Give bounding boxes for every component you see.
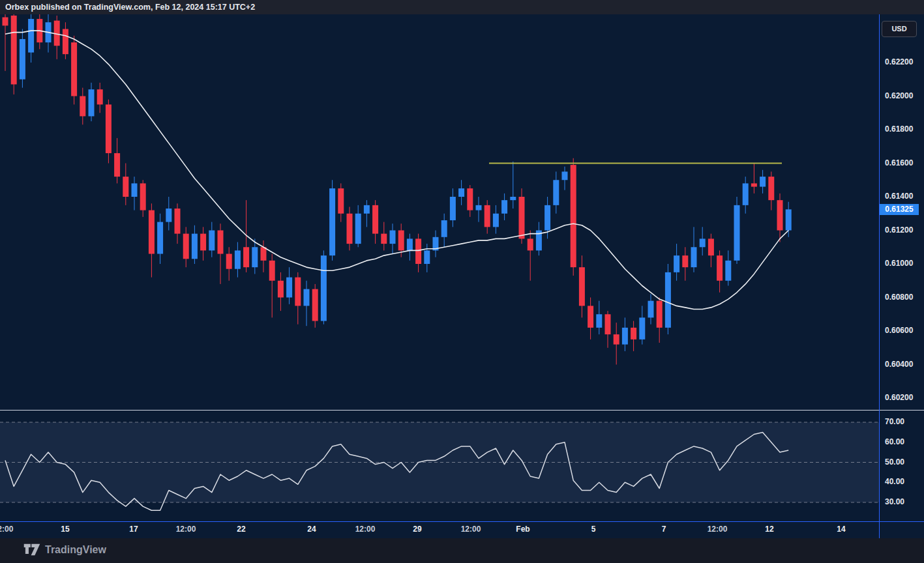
- time-tick-label: 24: [307, 525, 316, 534]
- candle-body: [717, 255, 723, 281]
- candle-body: [347, 214, 353, 244]
- candle-body: [579, 267, 585, 306]
- candle-body: [682, 255, 688, 267]
- tradingview-logo-icon: [23, 543, 40, 556]
- time-tick-label: Feb: [516, 525, 529, 534]
- price-axis-separator: [879, 14, 880, 538]
- pane-separator[interactable]: [0, 410, 924, 411]
- currency-toggle-button[interactable]: USD: [882, 21, 917, 37]
- candle-body: [493, 214, 499, 227]
- time-tick-label: 5: [591, 525, 596, 534]
- price-axis[interactable]: 0.622000.620000.618000.616000.614000.612…: [880, 14, 924, 521]
- footer-bar: TradingView: [0, 538, 924, 563]
- price-tick-label: 0.61400: [885, 192, 913, 201]
- time-tick-label: 12:00: [708, 525, 728, 534]
- candle-body: [544, 205, 550, 231]
- candle-body: [476, 205, 482, 210]
- time-tick-label: 12:00: [461, 525, 481, 534]
- candle-body: [235, 250, 241, 268]
- candle-body: [562, 171, 568, 180]
- candle-body: [381, 234, 387, 244]
- candle-body: [734, 205, 740, 261]
- candle-body: [312, 289, 318, 321]
- candle-body: [484, 205, 490, 227]
- rsi-pane[interactable]: [0, 411, 879, 521]
- time-tick-label: 14: [837, 525, 845, 534]
- price-tick-label: 0.62000: [885, 91, 913, 100]
- candle-body: [20, 39, 25, 79]
- tradingview-brand-label: TradingView: [45, 544, 106, 556]
- candle-body: [553, 180, 559, 205]
- candle-body: [501, 200, 507, 214]
- candle-body: [708, 238, 714, 255]
- rsi-tick-label: 70.00: [885, 417, 904, 426]
- candle-body: [407, 238, 413, 250]
- candle-body: [11, 16, 17, 85]
- price-pane[interactable]: [0, 14, 879, 409]
- candle-body: [329, 188, 335, 255]
- rsi-chart[interactable]: [0, 411, 879, 521]
- price-tick-label: 0.62200: [885, 57, 913, 66]
- candle-body: [192, 234, 198, 259]
- candle-body: [364, 205, 370, 214]
- candle-body: [157, 222, 163, 254]
- candle-body: [278, 281, 284, 298]
- candle-body: [510, 197, 516, 200]
- last-price-badge: 0.61325: [880, 204, 919, 215]
- price-tick-label: 0.61000: [885, 259, 913, 268]
- candle-body: [200, 234, 206, 251]
- candle-body: [768, 177, 774, 200]
- candlestick-chart[interactable]: [0, 14, 879, 409]
- candle-body: [588, 306, 593, 327]
- candle-body: [166, 209, 171, 222]
- candle-body: [321, 255, 327, 321]
- candle-body: [243, 247, 249, 267]
- price-tick-label: 0.60200: [885, 393, 913, 402]
- candle-body: [28, 19, 34, 53]
- candle-body: [786, 209, 792, 230]
- candle-body: [528, 238, 533, 250]
- candle-body: [106, 104, 112, 153]
- candle-body: [398, 231, 404, 251]
- time-axis[interactable]: 12:00151712:00222412:002912:00Feb5712:00…: [0, 522, 879, 538]
- candle-body: [415, 238, 421, 264]
- candle-body: [355, 214, 361, 244]
- candle-body: [132, 183, 138, 197]
- candle-body: [639, 317, 645, 339]
- candle-body: [80, 96, 85, 117]
- time-tick-label: 29: [413, 525, 421, 534]
- candle-body: [665, 272, 671, 328]
- candle-body: [674, 255, 679, 272]
- price-tick-label: 0.61600: [885, 158, 913, 167]
- candle-body: [458, 188, 464, 197]
- candle-body: [261, 247, 267, 261]
- candle-body: [252, 247, 258, 267]
- candle-body: [226, 254, 232, 269]
- time-tick-label: 7: [662, 525, 666, 534]
- candle-body: [71, 42, 77, 96]
- candle-body: [467, 188, 473, 210]
- time-tick-label: 15: [61, 525, 69, 534]
- candle-body: [63, 29, 68, 55]
- tradingview-brand-link[interactable]: TradingView: [23, 543, 106, 556]
- candle-body: [140, 183, 146, 210]
- candle-body: [631, 328, 636, 339]
- candle-body: [605, 314, 611, 334]
- candle-body: [218, 231, 224, 254]
- time-tick-label: 12: [765, 525, 773, 534]
- candle-body: [372, 205, 378, 234]
- price-tick-label: 0.60600: [885, 326, 913, 335]
- candle-body: [89, 89, 95, 116]
- time-tick-label: 12:00: [176, 525, 196, 534]
- candle-body: [657, 301, 663, 328]
- price-tick-label: 0.60400: [885, 360, 913, 369]
- candle-body: [123, 177, 128, 197]
- candle-body: [622, 328, 628, 345]
- candle-body: [751, 183, 757, 186]
- candle-body: [183, 234, 189, 259]
- candle-body: [295, 278, 301, 306]
- publish-header: Orbex published on TradingView.com, Feb …: [0, 0, 924, 14]
- candle-body: [149, 210, 155, 254]
- candle-body: [175, 209, 181, 234]
- candle-body: [596, 314, 602, 328]
